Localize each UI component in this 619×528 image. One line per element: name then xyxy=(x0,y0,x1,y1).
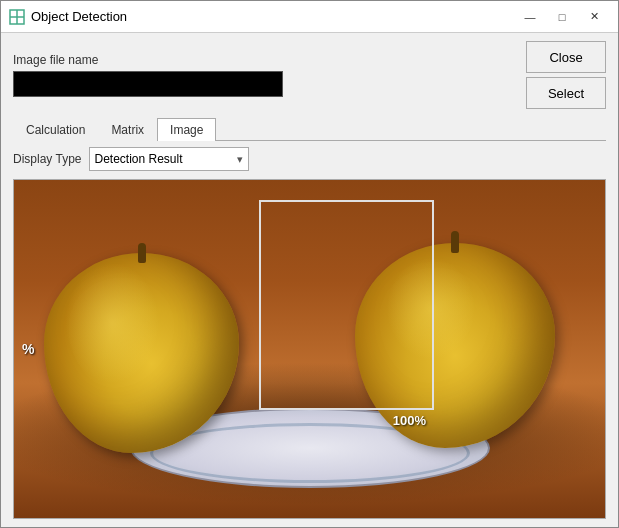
display-type-select-wrapper: Detection Result Original Image xyxy=(89,147,249,171)
file-input-box xyxy=(13,71,283,97)
file-section: Image file name xyxy=(13,53,283,97)
right-buttons: Close Select xyxy=(526,41,606,109)
window-close-button[interactable]: ✕ xyxy=(578,5,610,29)
maximize-button[interactable]: □ xyxy=(546,5,578,29)
tab-bar: Calculation Matrix Image xyxy=(13,117,606,141)
tab-calculation[interactable]: Calculation xyxy=(13,118,98,141)
close-button[interactable]: Close xyxy=(526,41,606,73)
tab-matrix[interactable]: Matrix xyxy=(98,118,157,141)
detection-label-right: 100% xyxy=(393,413,426,428)
display-type-select[interactable]: Detection Result Original Image xyxy=(89,147,249,171)
select-button[interactable]: Select xyxy=(526,77,606,109)
scene-background: % 100% xyxy=(14,180,605,518)
top-row: Image file name Close Select xyxy=(13,41,606,109)
file-label: Image file name xyxy=(13,53,283,67)
detection-box-right: 100% xyxy=(259,200,434,410)
window-title: Object Detection xyxy=(31,9,514,24)
title-bar: Object Detection — □ ✕ xyxy=(1,1,618,33)
tab-image[interactable]: Image xyxy=(157,118,216,141)
minimize-button[interactable]: — xyxy=(514,5,546,29)
main-window: Object Detection — □ ✕ Image file name C… xyxy=(0,0,619,528)
display-type-label: Display Type xyxy=(13,152,81,166)
title-buttons: — □ ✕ xyxy=(514,5,610,29)
display-type-row: Display Type Detection Result Original I… xyxy=(13,147,606,171)
detection-label-left: % xyxy=(22,341,34,357)
content-area: Image file name Close Select Calculation… xyxy=(1,33,618,527)
image-container: % 100% xyxy=(13,179,606,519)
app-icon xyxy=(9,9,25,25)
